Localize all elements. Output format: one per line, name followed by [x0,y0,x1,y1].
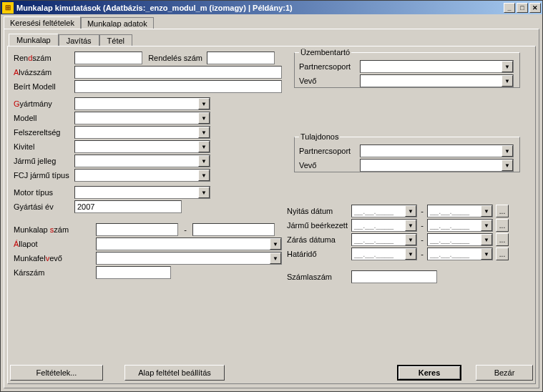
nyitasdatum-from[interactable]: __.__.____▼ [351,205,417,217]
beirtmodell-label: Beírt Modell [14,82,74,91]
motortipus-combo[interactable]: ▼ [74,186,210,199]
uzembentarto-group: Üzembentartó Partnercsoport ▼ Vevő ▼ [294,48,520,88]
allapot-label: Állapot [14,240,96,248]
tab-keresesi-feltetelek[interactable]: Keresési feltételek [4,16,81,29]
munkafelvevo-combo[interactable]: ▼ [96,252,282,265]
tu-vevo-combo[interactable]: ▼ [360,159,514,172]
minimize-button[interactable]: _ [504,3,515,13]
alvazszam-label: Alvázszám [14,68,74,77]
zarasdatuma-to[interactable]: __.__.____▼ [427,233,493,246]
zarasdatuma-from[interactable]: __.__.____▼ [351,233,417,246]
alap-feltetel-button[interactable]: Alap feltétel beállítás [124,365,225,381]
rendelesszam-label: Rendelés szám [142,54,207,62]
gyartmany-label: Gyártmány [14,99,74,108]
jarmu-be-label: Jármű beérkezett [287,221,351,230]
tu-vevo-label: Vevő [299,161,360,170]
tab-munkalap[interactable]: Munkalap [9,34,59,46]
felszereltseg-label: Felszereltség [14,128,74,137]
karszam-input[interactable] [96,266,171,279]
tu-partnercsoport-combo[interactable]: ▼ [360,144,514,157]
allapot-combo[interactable]: ▼ [96,237,282,250]
chevron-down-icon: ▼ [198,112,210,124]
app-icon: ⊞ [2,2,14,14]
outer-tabstrip: Keresési feltételek Munkalap adatok [1,14,542,29]
hatarido-label: Határidő [287,250,351,258]
nyitasdatum-more-button[interactable]: ... [496,205,509,217]
fcj-label: FCJ jármű típus [14,171,74,180]
chevron-down-icon: ▼ [405,220,416,231]
jarmujelleg-label: Jármű jelleg [14,157,74,165]
maximize-button[interactable]: □ [517,3,528,13]
munkafelvevo-label: Munkafelvevő [14,254,96,263]
jarmu-be-more-button[interactable]: ... [496,219,509,232]
bottom-bar: Feltételek... Alap feltétel beállítás Ke… [10,363,533,382]
fcj-combo[interactable]: ▼ [74,169,210,182]
kivitel-label: Kivitel [14,142,74,151]
munkalapszam-label: Munkalap szám [14,225,96,234]
szamlaszam-input[interactable] [351,270,437,283]
inner-tabstrip: Munkalap Javítás Tétel [7,32,536,46]
uz-partnercsoport-combo[interactable]: ▼ [360,60,514,73]
hatarido-to[interactable]: __.__.____▼ [427,248,493,260]
tulajdonos-legend: Tulajdonos [299,132,340,141]
chevron-down-icon: ▼ [270,238,281,250]
gyartasiev-input[interactable] [74,200,182,213]
keres-button[interactable]: Keres [397,365,461,381]
chevron-down-icon: ▼ [198,170,210,181]
kivitel-combo[interactable]: ▼ [74,140,210,153]
chevron-down-icon: ▼ [198,187,210,198]
beirtmodell-input[interactable] [74,80,282,93]
chevron-down-icon: ▼ [481,234,492,245]
bezar-button[interactable]: Bezár [476,365,533,381]
modell-combo[interactable]: ▼ [74,112,210,124]
titlebar: ⊞ Munkalap kimutatások (Adatbázis:_enzo_… [1,1,542,14]
rendelesszam-input[interactable] [207,52,275,64]
nyitasdatum-to[interactable]: __.__.____▼ [427,205,493,217]
chevron-down-icon: ▼ [502,61,513,72]
szamlaszam-label: Számlaszám [287,273,351,281]
hatarido-more-button[interactable]: ... [496,248,509,260]
munkalapszam-from[interactable] [96,223,178,236]
gyartmany-combo[interactable]: ▼ [74,97,210,110]
nyitasdatum-label: Nyitás dátum [287,207,351,215]
chevron-down-icon: ▼ [198,98,210,109]
tulajdonos-group: Tulajdonos Partnercsoport ▼ Vevő ▼ [294,132,520,172]
jarmujelleg-combo[interactable]: ▼ [74,155,210,167]
chevron-down-icon: ▼ [405,248,416,260]
chevron-down-icon: ▼ [502,160,513,171]
jarmu-be-from[interactable]: __.__.____▼ [351,219,417,232]
chevron-down-icon: ▼ [405,234,416,245]
jarmu-be-to[interactable]: __.__.____▼ [427,219,493,232]
close-button[interactable]: ✕ [529,3,541,13]
gyartasiev-label: Gyártási év [14,202,74,211]
tab-javitas[interactable]: Javítás [59,34,99,46]
chevron-down-icon: ▼ [198,141,210,152]
alvazszam-input[interactable] [74,66,282,79]
rendszam-input[interactable] [74,52,142,64]
chevron-down-icon: ▼ [481,220,492,231]
feltetelek-button[interactable]: Feltételek... [10,365,103,381]
rendszam-label: Rendszám [14,54,74,62]
dash-label: - [178,225,192,234]
chevron-down-icon: ▼ [270,253,281,264]
uz-vevo-label: Vevő [299,77,360,85]
chevron-down-icon: ▼ [405,205,416,217]
tab-tetel[interactable]: Tétel [99,34,132,46]
chevron-down-icon: ▼ [502,75,513,87]
chevron-down-icon: ▼ [198,155,210,167]
motortipus-label: Motor típus [14,188,74,197]
modell-label: Modell [14,114,74,122]
uz-vevo-combo[interactable]: ▼ [360,74,514,87]
zarasdatuma-more-button[interactable]: ... [496,233,509,246]
chevron-down-icon: ▼ [481,205,492,217]
hatarido-from[interactable]: __.__.____▼ [351,248,417,260]
munkalapszam-to[interactable] [192,223,275,236]
chevron-down-icon: ▼ [481,248,492,260]
uz-partnercsoport-label: Partnercsoport [299,62,360,71]
felszereltseg-combo[interactable]: ▼ [74,126,210,139]
zarasdatuma-label: Zárás dátuma [287,235,351,244]
tab-munkalap-adatok[interactable]: Munkalap adatok [81,17,154,29]
window-title: Munkalap kimutatások (Adatbázis:_enzo_mo… [16,4,293,12]
chevron-down-icon: ▼ [198,127,210,138]
uzembentarto-legend: Üzembentartó [299,48,351,57]
